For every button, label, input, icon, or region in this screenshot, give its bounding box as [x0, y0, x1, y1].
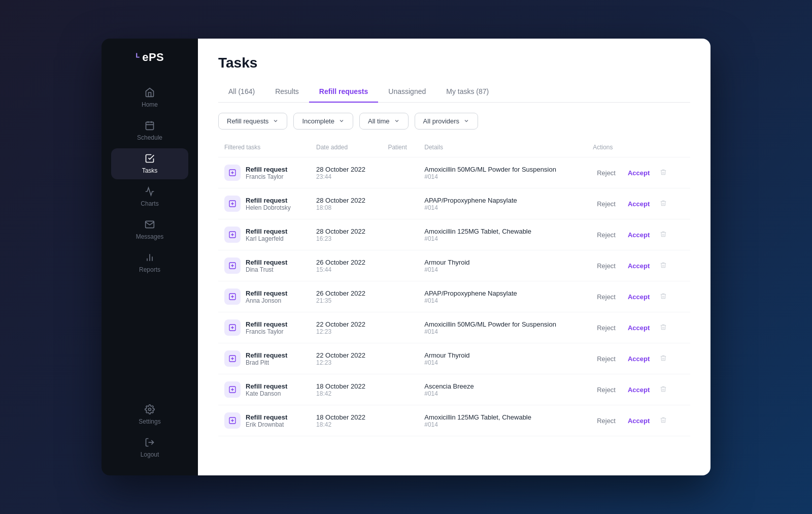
task-icon — [224, 319, 241, 336]
filter-time[interactable]: All time — [359, 113, 409, 130]
row-0-details: Amoxicillin 50MG/ML Powder for Suspensio… — [418, 157, 587, 188]
delete-button[interactable] — [658, 414, 669, 427]
tab-unassigned[interactable]: Unassigned — [378, 81, 436, 103]
delete-button[interactable] — [658, 198, 669, 210]
actions-cell: Reject Accept — [593, 229, 684, 241]
sidebar-item-tasks[interactable]: Tasks — [111, 148, 188, 179]
delete-button[interactable] — [658, 383, 669, 396]
row-1-date: 28 October 2022 18:08 — [310, 188, 382, 219]
row-6-date: 22 October 2022 12:23 — [310, 343, 382, 374]
tasks-table: Filtered tasksDate addedPatientDetailsAc… — [218, 140, 690, 436]
sidebar-item-reports[interactable]: Reports — [111, 247, 188, 278]
table-row: Refill request Brad Pitt 22 October 2022… — [218, 343, 690, 374]
task-patient: Karl Lagerfeld — [246, 235, 287, 242]
row-6-patient — [382, 343, 418, 374]
reject-button[interactable]: Reject — [593, 353, 620, 365]
table-row: Refill request Francis Taylor 22 October… — [218, 312, 690, 343]
actions-cell: Reject Accept — [593, 260, 684, 272]
date-primary: 28 October 2022 — [316, 228, 376, 235]
date-time: 12:23 — [316, 328, 376, 335]
accept-button[interactable]: Accept — [624, 353, 654, 365]
actions-cell: Reject Accept — [593, 383, 684, 396]
logout-icon — [145, 437, 155, 449]
delete-button[interactable] — [658, 260, 669, 272]
task-cell: Refill request Karl Lagerfeld — [224, 227, 304, 243]
row-5-patient — [382, 312, 418, 343]
filter-type[interactable]: Refill requests — [218, 113, 287, 130]
detail-name: Amoxicillin 50MG/ML Powder for Suspensio… — [424, 166, 581, 173]
task-patient: Dina Trust — [246, 266, 287, 273]
task-type: Refill request — [246, 382, 287, 390]
reject-button[interactable]: Reject — [593, 198, 620, 210]
accept-button[interactable]: Accept — [624, 229, 654, 241]
charts-icon — [145, 186, 155, 198]
reject-button[interactable]: Reject — [593, 384, 620, 396]
detail-name: Ascencia Breeze — [424, 382, 581, 390]
date-time: 16:23 — [316, 235, 376, 242]
task-type: Refill request — [246, 413, 287, 421]
date-time: 15:44 — [316, 266, 376, 273]
date-primary: 28 October 2022 — [316, 197, 376, 204]
accept-button[interactable]: Accept — [624, 198, 654, 210]
row-1-details: APAP/Propoxyphene Napsylate #014 — [418, 188, 587, 219]
detail-id: #014 — [424, 204, 581, 211]
reports-label: Reports — [139, 266, 160, 273]
app-container: ᴸ ePS HomeScheduleTasksChartsMessagesRep… — [101, 39, 710, 475]
task-patient: Francis Taylor — [246, 328, 287, 335]
schedule-label: Schedule — [137, 134, 162, 141]
date-time: 18:42 — [316, 421, 376, 428]
filter-provider[interactable]: All providers — [415, 113, 479, 130]
delete-button[interactable] — [658, 291, 669, 303]
sidebar-item-charts[interactable]: Charts — [111, 181, 188, 212]
accept-button[interactable]: Accept — [624, 384, 654, 396]
delete-button[interactable] — [658, 322, 669, 334]
task-type: Refill request — [246, 351, 287, 359]
reject-button[interactable]: Reject — [593, 167, 620, 179]
chevron-down-icon — [273, 118, 279, 125]
task-cell: Refill request Brad Pitt — [224, 350, 304, 367]
detail-id: #014 — [424, 421, 581, 428]
sidebar-item-settings[interactable]: Settings — [111, 399, 188, 430]
reject-button[interactable]: Reject — [593, 260, 620, 272]
accept-button[interactable]: Accept — [624, 167, 654, 179]
row-0-patient — [382, 157, 418, 188]
row-5-actions: Reject Accept — [587, 312, 690, 343]
reject-button[interactable]: Reject — [593, 229, 620, 241]
tab-my-tasks[interactable]: My tasks (87) — [436, 81, 499, 103]
table-row: Refill request Kate Danson 18 October 20… — [218, 374, 690, 405]
accept-button[interactable]: Accept — [624, 415, 654, 427]
reject-button[interactable]: Reject — [593, 415, 620, 427]
table-wrapper: Filtered tasksDate addedPatientDetailsAc… — [198, 140, 710, 475]
tab-refill-requests[interactable]: Refill requests — [309, 81, 378, 103]
task-patient: Kate Danson — [246, 390, 287, 397]
filters-bar: Refill requestsIncompleteAll timeAll pro… — [198, 103, 710, 140]
delete-button[interactable] — [658, 352, 669, 365]
detail-name: APAP/Propoxyphene Napsylate — [424, 197, 581, 204]
logo-text: ePS — [142, 51, 164, 64]
tab-all[interactable]: All (164) — [218, 81, 265, 103]
sidebar-item-schedule[interactable]: Schedule — [111, 115, 188, 146]
row-1-actions: Reject Accept — [587, 188, 690, 219]
detail-id: #014 — [424, 328, 581, 335]
filter-status[interactable]: Incomplete — [293, 113, 353, 130]
task-patient: Erik Drownbat — [246, 421, 287, 428]
accept-button[interactable]: Accept — [624, 291, 654, 303]
sidebar-item-messages[interactable]: Messages — [111, 214, 188, 245]
logo-icon: ᴸ — [136, 51, 140, 63]
accept-button[interactable]: Accept — [624, 322, 654, 334]
delete-button[interactable] — [658, 167, 669, 179]
sidebar-bottom: SettingsLogout — [101, 399, 198, 463]
task-cell: Refill request Anna Jonson — [224, 288, 304, 305]
reject-button[interactable]: Reject — [593, 291, 620, 303]
tab-results[interactable]: Results — [265, 81, 309, 103]
row-4-actions: Reject Accept — [587, 281, 690, 312]
row-8-actions: Reject Accept — [587, 405, 690, 436]
nav-items: HomeScheduleTasksChartsMessagesReports — [101, 82, 198, 278]
sidebar-item-home[interactable]: Home — [111, 82, 188, 113]
detail-id: #014 — [424, 390, 581, 397]
reject-button[interactable]: Reject — [593, 322, 620, 334]
sidebar-item-logout[interactable]: Logout — [111, 432, 188, 463]
delete-button[interactable] — [658, 229, 669, 241]
svg-rect-0 — [146, 122, 154, 130]
accept-button[interactable]: Accept — [624, 260, 654, 272]
